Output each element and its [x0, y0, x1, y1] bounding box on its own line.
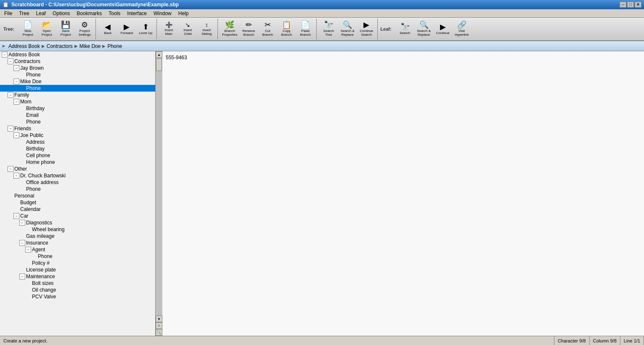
tree-node-mom-phone[interactable]: Phone — [0, 119, 155, 125]
expand-btn-dr-chuck[interactable]: − — [13, 173, 19, 179]
tree-node-address-book[interactable]: −Address Book — [0, 51, 155, 58]
close-button[interactable]: ✕ — [635, 2, 641, 8]
menu-interface[interactable]: Interface — [124, 10, 150, 17]
scroll-down-button[interactable]: ▼ — [156, 316, 162, 322]
menu-window[interactable]: Window — [150, 10, 175, 17]
expand-btn-jay-brown[interactable]: − — [13, 65, 19, 71]
menu-leaf[interactable]: Leaf — [33, 10, 49, 17]
menu-options[interactable]: Options — [49, 10, 73, 17]
tree-node-chuck-phone[interactable]: Phone — [0, 186, 155, 192]
titlebar-controls[interactable]: ─ □ ✕ — [620, 2, 641, 8]
leaf-panel[interactable]: 555-9463 — [162, 51, 644, 336]
tree-node-jay-brown[interactable]: −Jay Brown — [0, 65, 155, 71]
continue-search-button[interactable]: ▶ContinueSearch — [357, 19, 376, 39]
expand-btn-contractors[interactable]: − — [8, 58, 13, 64]
tree-node-maintenance[interactable]: −Maintenance — [0, 273, 155, 280]
tree-node-joe-cellphone[interactable]: Cell phone — [0, 152, 155, 159]
back-button[interactable]: ◀Back — [98, 19, 117, 39]
tree-node-joe-public[interactable]: −Joe Public — [0, 132, 155, 139]
scroll-thumb[interactable] — [156, 58, 162, 71]
tree-node-mom-birthday[interactable]: Birthday — [0, 105, 155, 112]
tree-node-policy[interactable]: Policy # — [0, 260, 155, 266]
tree-panel[interactable]: −Address Book−Contractors−Jay BrownPhone… — [0, 51, 156, 336]
visit-hyperlink-button[interactable]: 🔗VisitHyperlink — [453, 19, 471, 39]
tree-node-mike-doe[interactable]: −Mike Doe — [0, 78, 155, 85]
leaf-search-button[interactable]: 🔭Search — [396, 19, 414, 39]
tree-node-bolt-sizes[interactable]: Bolt sizes — [0, 280, 155, 287]
cut-branch-button[interactable]: ✂CutBranch — [258, 19, 277, 39]
tree-node-agent-phone[interactable]: Phone — [0, 253, 155, 260]
open-project-button[interactable]: 📂OpenProject — [37, 19, 56, 39]
insert-child-button[interactable]: ↘InsertChild — [178, 19, 197, 39]
expand-btn-other[interactable]: − — [8, 166, 13, 172]
expand-btn-friends[interactable]: − — [8, 126, 13, 132]
tree-node-joe-address[interactable]: Address — [0, 139, 155, 145]
tree-node-other[interactable]: −Other — [0, 166, 155, 172]
breadcrumb-contractors[interactable]: Contractors — [47, 43, 73, 49]
tree-node-diagnostics[interactable]: −Diagnostics — [0, 219, 155, 226]
forward-button[interactable]: ▶Forward — [117, 19, 136, 39]
tree-node-budget[interactable]: Budget — [0, 199, 155, 206]
expand-btn-address-book[interactable]: − — [2, 52, 8, 58]
rename-branch-button[interactable]: ✏RenameBranch — [239, 19, 258, 39]
expand-btn-joe-public[interactable]: − — [13, 132, 19, 138]
expand-btn-agent[interactable]: − — [25, 247, 31, 253]
maximize-button[interactable]: □ — [627, 2, 634, 8]
breadcrumb-mike-doe[interactable]: Mike Doe — [80, 43, 101, 49]
menu-help[interactable]: Help — [175, 10, 192, 17]
tree-node-agent[interactable]: −Agent — [0, 246, 155, 253]
tree-node-chuck-office[interactable]: Office address — [0, 179, 155, 186]
tree-node-jay-phone[interactable]: Phone — [0, 71, 155, 78]
paste-branch-button[interactable]: 📄PasteBranch — [296, 19, 315, 39]
tree-node-calendar[interactable]: Calendar — [0, 206, 155, 213]
expand-btn-family[interactable]: − — [8, 92, 13, 98]
tree-node-friends[interactable]: −Friends — [0, 125, 155, 132]
tree-node-dr-chuck[interactable]: −Dr. Chuck Bartowski — [0, 172, 155, 179]
expand-btn-diagnostics[interactable]: − — [19, 220, 25, 226]
tree-node-wheel-bearing[interactable]: Wheel bearing — [0, 226, 155, 233]
new-project-button[interactable]: 📄NewProject — [19, 19, 37, 39]
copy-branch-button[interactable]: 📋CopyBranch — [277, 19, 296, 39]
expand-btn-mom[interactable]: − — [13, 99, 19, 105]
breadcrumb-address-book[interactable]: Address Book — [8, 43, 40, 49]
tree-node-contractors[interactable]: −Contractors — [0, 58, 155, 65]
menu-bookmarks[interactable]: Bookmarks — [73, 10, 105, 17]
tree-node-license-plate[interactable]: License plate — [0, 266, 155, 273]
menu-tree[interactable]: Tree — [16, 10, 32, 17]
tree-scrollbar[interactable]: ▲ ▼ ≡ 🔍 — [156, 51, 162, 336]
scroll-up-button[interactable]: ▲ — [156, 51, 162, 58]
scroll-grip-button[interactable]: ≡ — [156, 322, 162, 329]
tree-node-mom-email[interactable]: Email — [0, 112, 155, 119]
tree-node-gas-mileage[interactable]: Gas mileage — [0, 233, 155, 240]
leaf-search-replace-button[interactable]: 🔍Search &Replace — [415, 19, 433, 39]
expand-btn-maintenance[interactable]: − — [19, 274, 25, 279]
search-replace-tree-button[interactable]: 🔍Search &Replace — [338, 19, 357, 39]
tree-node-family[interactable]: −Family — [0, 92, 155, 98]
tree-node-joe-birthday[interactable]: Birthday — [0, 145, 155, 152]
branch-properties-button[interactable]: 🌿BranchProperties — [220, 19, 239, 39]
minimize-button[interactable]: ─ — [620, 2, 626, 8]
scroll-zoom-button[interactable]: 🔍 — [156, 329, 162, 336]
menu-file[interactable]: File — [1, 10, 16, 17]
save-project-button[interactable]: 💾SaveProject — [56, 19, 75, 39]
tree-node-personal[interactable]: Personal — [0, 192, 155, 199]
project-settings-button[interactable]: ⚙ProjectSettings — [75, 19, 94, 39]
insert-main-button[interactable]: ➕InsertMain — [159, 19, 178, 39]
breadcrumb-phone[interactable]: Phone — [107, 43, 122, 49]
tree-node-joe-homephone[interactable]: Home phone — [0, 159, 155, 166]
tree-node-car[interactable]: −Car — [0, 213, 155, 219]
search-tree-button[interactable]: 🔭SearchTree — [319, 19, 338, 39]
tree-node-mike-phone[interactable]: Phone — [0, 85, 155, 92]
scroll-track[interactable] — [156, 58, 162, 316]
tree-node-insurance[interactable]: −Insurance — [0, 240, 155, 246]
insert-sibling-button[interactable]: ↕InsertSibling — [197, 19, 216, 39]
menu-tools[interactable]: Tools — [105, 10, 124, 17]
tree-node-pcv-valve[interactable]: PCV Valve — [0, 293, 155, 300]
level-up-button[interactable]: ⬆Level Up — [136, 19, 155, 39]
expand-btn-insurance[interactable]: − — [19, 240, 25, 246]
expand-btn-mike-doe[interactable]: − — [13, 79, 19, 84]
leaf-continue-button[interactable]: ▶Continue — [434, 19, 452, 39]
tree-node-oil-change[interactable]: Oil change — [0, 287, 155, 293]
tree-node-mom[interactable]: −Mom — [0, 98, 155, 105]
expand-btn-car[interactable]: − — [13, 213, 19, 219]
